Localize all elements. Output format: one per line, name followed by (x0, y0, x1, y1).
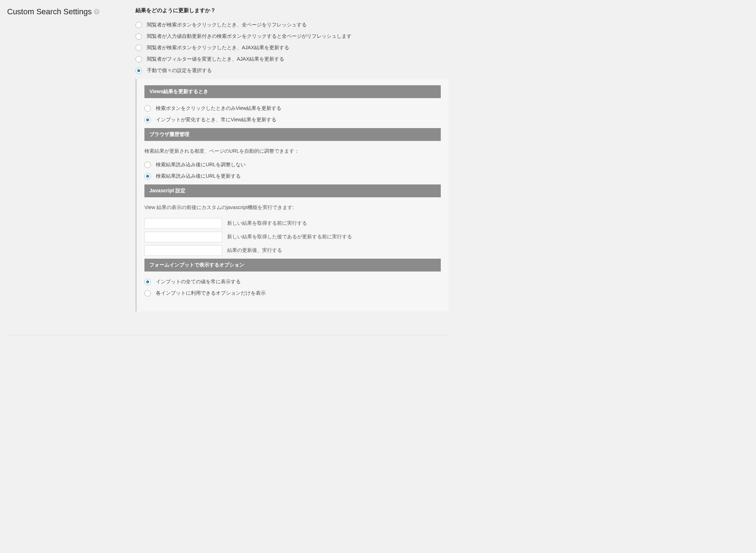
section-header-javascript: Javascript 設定 (144, 184, 441, 197)
radio-input[interactable] (144, 105, 151, 112)
js-after-fetch-row: 新しい結果を取得した後であるが更新する前に実行する (144, 232, 441, 242)
views-update-option[interactable]: インプットが変化するとき、常にView結果を更新する (144, 117, 441, 123)
form-options-option[interactable]: 各インプットに利用できるオプションだけを表示 (144, 290, 441, 296)
radio-input[interactable] (136, 33, 142, 40)
radio-input[interactable] (144, 173, 151, 179)
radio-label: 閲覧者がフィルター値を変更したとき、AJAX結果を更新する (147, 56, 284, 62)
form-options-option[interactable]: インプットの全ての値を常に表示する (144, 279, 441, 285)
radio-label: インプットの全ての値を常に表示する (156, 279, 241, 285)
radio-input[interactable] (144, 279, 151, 285)
radio-label: インプットが変化するとき、常にView結果を更新する (156, 117, 276, 123)
browser-history-group: 検索結果読み込み後にURLを調整しない 検索結果読み込み後にURLを更新する (144, 162, 441, 179)
radio-input[interactable] (136, 67, 142, 74)
browser-history-option[interactable]: 検索結果読み込み後にURLを調整しない (144, 162, 441, 168)
separator (7, 335, 449, 335)
update-mode-option[interactable]: 閲覧者がフィルター値を変更したとき、AJAX結果を更新する (136, 56, 449, 62)
radio-label: 検索ボタンをクリックしたときのみView結果を更新する (156, 105, 281, 112)
update-question: 結果をどのように更新しますか？ (136, 7, 449, 14)
javascript-desc: View 結果の表示の前後にカスタムのjavascript機能を実行できます: (144, 204, 441, 211)
section-header-form-options: フォームインプットで表示するオプション (144, 259, 441, 272)
js-after-update-input[interactable] (144, 245, 222, 256)
radio-label: 閲覧者が検索ボタンをクリックしたとき、AJAX結果を更新する (147, 45, 289, 51)
section-header-browser-history: ブラウザ履歴管理 (144, 128, 441, 141)
browser-history-desc: 検索結果が更新される都度、ページのURLを自動的に調整できます： (144, 148, 441, 154)
radio-input[interactable] (136, 45, 142, 51)
radio-label: 手動で個々の設定を選択する (147, 67, 212, 74)
js-after-update-label: 結果の更新後、実行する (227, 247, 282, 254)
update-mode-group: 閲覧者が検索ボタンをクリックしたとき、全ページをリフレッシュする 閲覧者が入力値… (136, 22, 449, 74)
update-mode-option[interactable]: 閲覧者が検索ボタンをクリックしたとき、全ページをリフレッシュする (136, 22, 449, 28)
radio-input[interactable] (136, 56, 142, 62)
views-update-option[interactable]: 検索ボタンをクリックしたときのみView結果を更新する (144, 105, 441, 112)
update-mode-option[interactable]: 閲覧者が検索ボタンをクリックしたとき、AJAX結果を更新する (136, 45, 449, 51)
radio-input[interactable] (144, 290, 151, 296)
radio-label: 検索結果読み込み後にURLを調整しない (156, 162, 246, 168)
views-update-group: 検索ボタンをクリックしたときのみView結果を更新する インプットが変化するとき… (144, 105, 441, 123)
js-after-fetch-input[interactable] (144, 232, 222, 242)
update-mode-option[interactable]: 手動で個々の設定を選択する (136, 67, 449, 74)
section-title: Custom Search Settings ? (7, 7, 99, 16)
form-options-group: インプットの全ての値を常に表示する 各インプットに利用できるオプションだけを表示 (144, 279, 441, 296)
js-after-update-row: 結果の更新後、実行する (144, 245, 441, 256)
section-title-text: Custom Search Settings (7, 7, 92, 16)
browser-history-option[interactable]: 検索結果読み込み後にURLを更新する (144, 173, 441, 179)
js-after-fetch-label: 新しい結果を取得した後であるが更新する前に実行する (227, 234, 352, 240)
radio-label: 閲覧者が検索ボタンをクリックしたとき、全ページをリフレッシュする (147, 22, 307, 28)
js-before-fetch-input[interactable] (144, 218, 222, 229)
section-header-views-update: Views結果を更新するとき (144, 85, 441, 98)
js-before-fetch-label: 新しい結果を取得する前に実行する (227, 220, 307, 227)
radio-label: 検索結果読み込み後にURLを更新する (156, 173, 241, 179)
radio-input[interactable] (144, 162, 151, 168)
help-icon[interactable]: ? (94, 9, 99, 15)
update-mode-option[interactable]: 閲覧者が入力値自動更新付きの検索ボタンをクリックすると全ページがリフレッシュしま… (136, 33, 449, 40)
js-before-fetch-row: 新しい結果を取得する前に実行する (144, 218, 441, 229)
radio-label: 閲覧者が入力値自動更新付きの検索ボタンをクリックすると全ページがリフレッシュしま… (147, 33, 352, 40)
radio-input[interactable] (144, 117, 151, 123)
manual-settings-panel: Views結果を更新するとき 検索ボタンをクリックしたときのみView結果を更新… (136, 79, 449, 311)
radio-label: 各インプットに利用できるオプションだけを表示 (156, 290, 266, 296)
radio-input[interactable] (136, 22, 142, 28)
